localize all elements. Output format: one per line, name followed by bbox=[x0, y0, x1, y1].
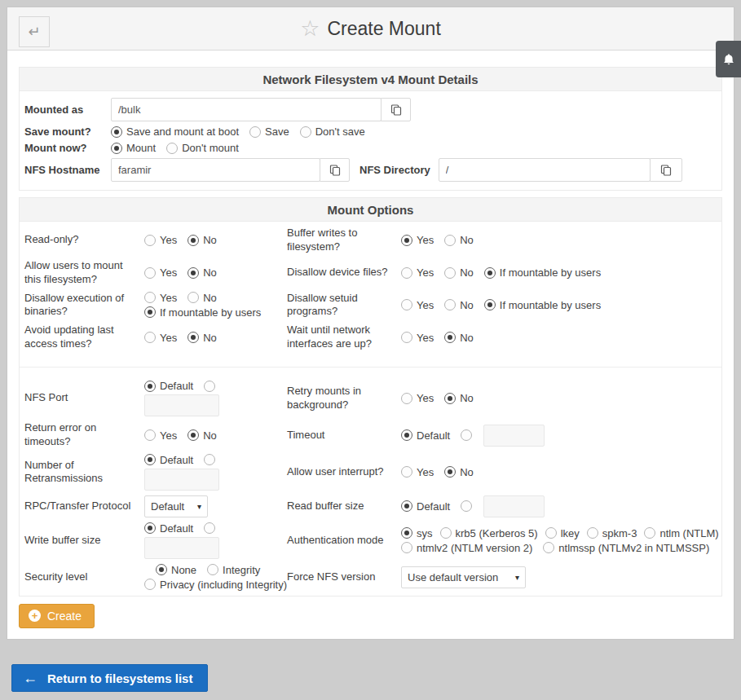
avoid-atime-label: Avoid updating last access times? bbox=[24, 321, 144, 354]
options-divider bbox=[20, 367, 721, 368]
write-buffer-default-radio[interactable]: Default bbox=[144, 522, 193, 535]
retransmissions-custom-radio[interactable] bbox=[204, 454, 219, 465]
wait-network-yes-radio[interactable]: Yes bbox=[401, 332, 434, 344]
return-error-no-radio[interactable]: No bbox=[187, 429, 217, 442]
nfs-hostname-chooser-button[interactable] bbox=[320, 158, 350, 182]
disallow-device-no-radio[interactable]: No bbox=[444, 266, 474, 279]
read-buffer-default-radio[interactable]: Default bbox=[401, 500, 450, 513]
auth-lkey-radio[interactable]: lkey bbox=[545, 527, 580, 539]
save-mount-boot-radio[interactable]: Save and mount at boot bbox=[111, 125, 239, 138]
auth-krb5-radio[interactable]: krb5 (Kerberos 5) bbox=[440, 527, 538, 539]
mount-now-label: Mount now? bbox=[24, 142, 111, 154]
read-only-yes-radio[interactable]: Yes bbox=[144, 234, 177, 246]
read-buffer-custom-radio[interactable] bbox=[461, 500, 476, 512]
mounted-as-chooser-button[interactable] bbox=[381, 98, 411, 121]
avoid-atime-no-radio[interactable]: No bbox=[187, 332, 217, 344]
allow-users-no-radio[interactable]: No bbox=[187, 266, 217, 279]
radio-selected-icon bbox=[401, 235, 412, 246]
security-integrity-radio[interactable]: Integrity bbox=[207, 564, 260, 576]
retransmissions-default-radio[interactable]: Default bbox=[144, 454, 193, 466]
auth-mode-line1: sys krb5 (Kerberos 5) lkey spkm-3 ntlm (… bbox=[401, 527, 726, 539]
read-only-no-radio[interactable]: No bbox=[187, 234, 217, 246]
radio-selected-icon bbox=[187, 235, 199, 246]
return-to-filesystems-button[interactable]: ← Return to filesystems list bbox=[11, 664, 208, 692]
nfs-directory-chooser-button[interactable] bbox=[650, 158, 682, 182]
disallow-exec-no-radio[interactable]: No bbox=[187, 292, 217, 304]
disallow-setuid-no-radio[interactable]: No bbox=[444, 299, 474, 311]
auth-sys-radio[interactable]: sys bbox=[401, 527, 433, 539]
nfs-port-custom-radio[interactable] bbox=[204, 381, 219, 392]
save-mount-save-radio[interactable]: Save bbox=[249, 125, 289, 138]
nfs-port-default-radio[interactable]: Default bbox=[144, 380, 193, 392]
disallow-device-control: Yes No If mountable by users bbox=[401, 264, 717, 281]
security-none-radio[interactable]: None bbox=[156, 564, 196, 576]
mounted-as-input[interactable] bbox=[111, 98, 382, 121]
write-buffer-control: Default bbox=[144, 520, 287, 561]
wait-network-no-radio[interactable]: No bbox=[444, 332, 474, 344]
retry-bg-label: Retry mounts in background? bbox=[287, 382, 401, 415]
return-arrow-icon: ↵ bbox=[28, 24, 40, 40]
disallow-device-mountable-radio[interactable]: If mountable by users bbox=[484, 266, 601, 279]
mount-now-dont-radio[interactable]: Don't mount bbox=[166, 142, 239, 154]
auth-ntlmssp-radio[interactable]: ntlmssp (NTLMv2 in NTLMSSP) bbox=[543, 542, 709, 554]
copy-icon bbox=[390, 104, 402, 116]
radio-icon bbox=[545, 527, 557, 539]
radio-icon bbox=[401, 332, 412, 343]
radio-icon bbox=[444, 267, 456, 279]
buffer-writes-yes-radio[interactable]: Yes bbox=[401, 234, 434, 246]
mount-options-title: Mount Options bbox=[20, 198, 721, 222]
radio-icon bbox=[461, 500, 472, 512]
save-mount-dont-radio[interactable]: Don't save bbox=[300, 125, 365, 138]
disallow-setuid-mountable-radio[interactable]: If mountable by users bbox=[484, 299, 601, 311]
security-level-line1: None Integrity bbox=[144, 564, 260, 576]
radio-selected-icon bbox=[111, 143, 122, 154]
retransmissions-radios: Default bbox=[144, 454, 219, 466]
chevron-down-icon: ▾ bbox=[515, 573, 519, 582]
disallow-exec-yes-radio[interactable]: Yes bbox=[144, 292, 177, 304]
nfs-directory-input[interactable] bbox=[439, 158, 651, 182]
auth-ntlm-radio[interactable]: ntlm (NTLM) bbox=[644, 527, 718, 539]
allow-interrupt-yes-radio[interactable]: Yes bbox=[401, 466, 434, 478]
write-buffer-custom-radio[interactable] bbox=[204, 522, 219, 534]
mount-details-title: Network Filesystem v4 Mount Details bbox=[20, 68, 721, 91]
back-button[interactable]: ↵ bbox=[19, 16, 50, 47]
radio-selected-icon bbox=[444, 332, 456, 343]
allow-users-label: Allow users to mount this filesystem? bbox=[24, 257, 144, 289]
nfs-directory-label: NFS Directory bbox=[359, 164, 430, 176]
disallow-exec-line1: Yes No bbox=[144, 292, 217, 304]
buffer-writes-control: Yes No bbox=[401, 231, 717, 249]
disallow-exec-mountable-radio[interactable]: If mountable by users bbox=[144, 306, 261, 319]
auth-ntlmv2-radio[interactable]: ntmlv2 (NTLM version 2) bbox=[401, 542, 532, 554]
radio-icon bbox=[144, 235, 156, 246]
return-error-yes-radio[interactable]: Yes bbox=[144, 429, 177, 442]
security-level-label: Security level bbox=[24, 568, 144, 587]
allow-users-yes-radio[interactable]: Yes bbox=[144, 266, 177, 279]
create-button[interactable]: + Create bbox=[19, 604, 95, 628]
plus-circle-icon: + bbox=[29, 610, 41, 622]
mount-now-mount-radio[interactable]: Mount bbox=[111, 142, 156, 154]
avoid-atime-yes-radio[interactable]: Yes bbox=[144, 332, 177, 344]
allow-interrupt-no-radio[interactable]: No bbox=[444, 466, 474, 478]
radio-icon bbox=[144, 429, 156, 441]
retry-bg-yes-radio[interactable]: Yes bbox=[401, 392, 434, 404]
mounted-as-group bbox=[111, 98, 411, 121]
copy-icon bbox=[329, 165, 341, 176]
disallow-device-yes-radio[interactable]: Yes bbox=[401, 266, 434, 279]
return-error-label: Return error on timeouts? bbox=[24, 419, 144, 451]
timeout-custom-radio[interactable] bbox=[461, 429, 476, 441]
security-privacy-radio[interactable]: Privacy (including Integrity) bbox=[144, 579, 287, 591]
page-content: Network Filesystem v4 Mount Details Moun… bbox=[7, 67, 734, 639]
nfs-hostname-input[interactable] bbox=[111, 158, 320, 182]
chevron-down-icon: ▾ bbox=[197, 502, 201, 511]
rpc-protocol-select[interactable]: Default ▾ bbox=[144, 495, 208, 517]
force-nfs-select[interactable]: Use default version ▾ bbox=[401, 566, 526, 588]
disallow-setuid-yes-radio[interactable]: Yes bbox=[401, 299, 434, 311]
buffer-writes-no-radio[interactable]: No bbox=[444, 234, 474, 246]
radio-icon bbox=[204, 381, 215, 392]
auth-spkm3-radio[interactable]: spkm-3 bbox=[587, 527, 637, 539]
favorite-star-icon[interactable]: ☆ bbox=[300, 18, 320, 40]
radio-icon bbox=[144, 292, 156, 303]
notifications-tab[interactable] bbox=[716, 41, 741, 77]
timeout-default-radio[interactable]: Default bbox=[401, 429, 450, 442]
retry-bg-no-radio[interactable]: No bbox=[444, 392, 474, 404]
